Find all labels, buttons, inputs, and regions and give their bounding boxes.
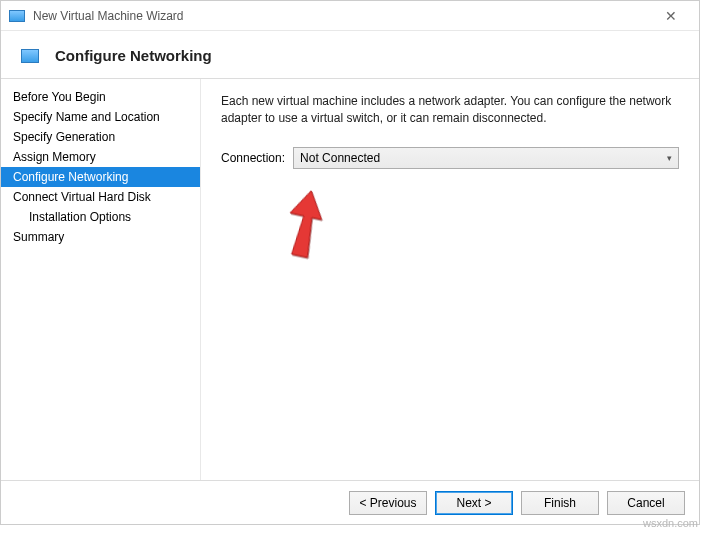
wizard-window: New Virtual Machine Wizard ✕ Configure N… [0, 0, 700, 525]
connection-row: Connection: Not Connected ▾ [221, 147, 679, 169]
connection-label: Connection: [221, 151, 285, 165]
finish-button[interactable]: Finish [521, 491, 599, 515]
sidebar-item-before-you-begin[interactable]: Before You Begin [1, 87, 200, 107]
sidebar-item-installation-options[interactable]: Installation Options [1, 207, 200, 227]
sidebar-item-summary[interactable]: Summary [1, 227, 200, 247]
sidebar-item-label: Specify Generation [13, 130, 115, 144]
cancel-button[interactable]: Cancel [607, 491, 685, 515]
wizard-footer: < Previous Next > Finish Cancel [1, 480, 699, 524]
sidebar-item-specify-generation[interactable]: Specify Generation [1, 127, 200, 147]
sidebar-item-label: Installation Options [29, 210, 131, 224]
previous-button[interactable]: < Previous [349, 491, 427, 515]
sidebar-item-label: Configure Networking [13, 170, 128, 184]
titlebar: New Virtual Machine Wizard ✕ [1, 1, 699, 31]
app-icon [9, 10, 25, 22]
page-title: Configure Networking [55, 47, 212, 64]
sidebar-item-label: Specify Name and Location [13, 110, 160, 124]
monitor-icon [21, 49, 39, 63]
close-button[interactable]: ✕ [651, 1, 691, 31]
sidebar-item-label: Before You Begin [13, 90, 106, 104]
chevron-down-icon: ▾ [667, 153, 672, 163]
content-pane: Each new virtual machine includes a netw… [201, 79, 699, 480]
connection-dropdown[interactable]: Not Connected ▾ [293, 147, 679, 169]
sidebar-item-label: Connect Virtual Hard Disk [13, 190, 151, 204]
wizard-header: Configure Networking [1, 31, 699, 79]
sidebar-item-connect-virtual-hard-disk[interactable]: Connect Virtual Hard Disk [1, 187, 200, 207]
sidebar-item-label: Assign Memory [13, 150, 96, 164]
sidebar-item-assign-memory[interactable]: Assign Memory [1, 147, 200, 167]
sidebar-item-specify-name-and-location[interactable]: Specify Name and Location [1, 107, 200, 127]
sidebar-item-label: Summary [13, 230, 64, 244]
description-text: Each new virtual machine includes a netw… [221, 93, 679, 127]
connection-selected-value: Not Connected [300, 151, 380, 165]
next-button[interactable]: Next > [435, 491, 513, 515]
window-title: New Virtual Machine Wizard [33, 9, 651, 23]
sidebar-item-configure-networking[interactable]: Configure Networking [1, 167, 200, 187]
sidebar: Before You Begin Specify Name and Locati… [1, 79, 201, 480]
wizard-body: Before You Begin Specify Name and Locati… [1, 79, 699, 480]
watermark-text: wsxdn.com [643, 517, 698, 529]
